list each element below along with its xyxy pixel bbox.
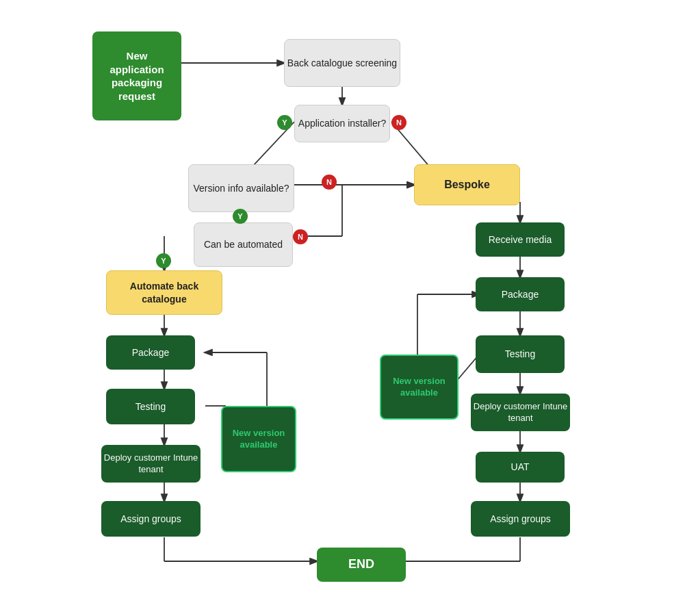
app-installer-node: Application installer? bbox=[294, 105, 390, 142]
receive-media-node: Receive media bbox=[476, 222, 565, 257]
badge-n2: N bbox=[322, 175, 337, 190]
testing-right-node: Testing bbox=[476, 335, 565, 373]
badge-y1: Y bbox=[277, 115, 292, 130]
bespoke-node: Bespoke bbox=[414, 164, 520, 205]
version-info-node: Version info available? bbox=[188, 164, 294, 212]
testing-left-node: Testing bbox=[106, 389, 195, 424]
deploy-left-node: Deploy customer Intune tenant bbox=[101, 445, 201, 483]
assign-left-node: Assign groups bbox=[101, 501, 201, 537]
assign-right-node: Assign groups bbox=[471, 501, 570, 537]
badge-y2: Y bbox=[233, 209, 248, 224]
badge-y3: Y bbox=[156, 253, 171, 268]
deploy-right-node: Deploy customer Intune tenant bbox=[471, 394, 570, 431]
package-left-node: Package bbox=[106, 335, 195, 370]
start-node: New application packaging request bbox=[92, 31, 181, 120]
new-version-left-node: New version available bbox=[221, 406, 296, 472]
package-right-node: Package bbox=[476, 277, 565, 311]
badge-n1: N bbox=[391, 115, 406, 130]
badge-n3: N bbox=[293, 229, 308, 244]
can-be-automated-node: Can be automated bbox=[194, 222, 293, 267]
automate-back-node: Automate back catalogue bbox=[106, 270, 222, 315]
new-version-center-node: New version available bbox=[380, 355, 458, 420]
end-node: END bbox=[317, 548, 406, 582]
back-catalogue-node: Back catalogue screening bbox=[284, 39, 400, 87]
uat-node: UAT bbox=[476, 452, 565, 483]
